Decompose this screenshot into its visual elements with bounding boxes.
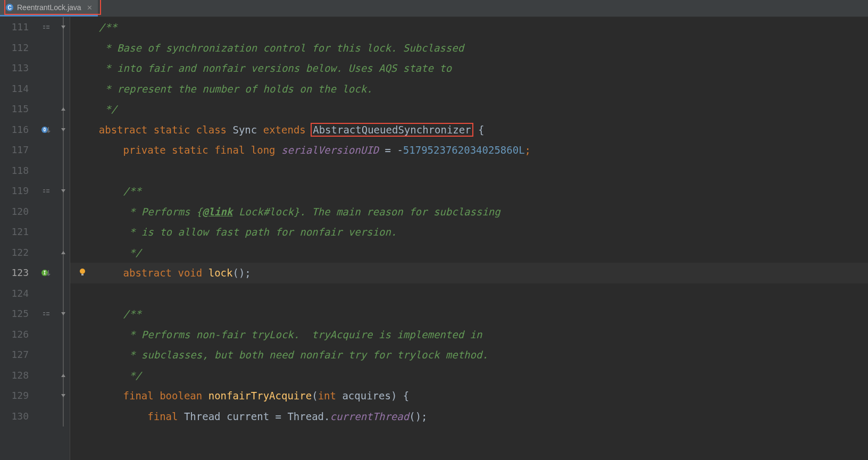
tab-filename: ReentrantLock.java <box>17 3 81 12</box>
code-line[interactable]: * Performs {@link Lock#lock}. The main r… <box>74 202 868 222</box>
code-line[interactable]: /** <box>74 17 868 38</box>
code-line[interactable]: * represent the number of holds on the l… <box>74 79 868 99</box>
line-number[interactable]: 130 <box>0 406 29 427</box>
collapse-doc-icon[interactable] <box>36 304 56 324</box>
line-number[interactable]: 125 <box>0 304 29 324</box>
code-line[interactable]: abstract static class Sync extends Abstr… <box>74 120 868 140</box>
annotation-box-aqs: AbstractQueuedSynchronizer <box>311 123 473 137</box>
code-line[interactable]: * Base of synchronization control for th… <box>74 38 868 58</box>
svg-text:O: O <box>44 128 46 132</box>
code-line[interactable]: * into fair and nonfair versions below. … <box>74 58 868 79</box>
line-number[interactable]: 114 <box>0 79 29 99</box>
line-number[interactable]: 111 <box>0 17 29 38</box>
override-icon[interactable]: O <box>36 120 56 140</box>
line-number[interactable]: 116 <box>0 120 29 140</box>
svg-point-18 <box>80 269 85 274</box>
line-number[interactable]: 120 <box>0 202 29 222</box>
code-line[interactable]: * is to allow fast path for nonfair vers… <box>74 222 868 242</box>
editor: 111 112 113 114 115 116 117 118 119 120 … <box>0 17 868 460</box>
svg-rect-10 <box>46 189 49 190</box>
file-tab[interactable]: C ReentrantLock.java ✕ <box>0 0 98 16</box>
svg-rect-17 <box>46 314 49 315</box>
gutter-icons: O I <box>36 17 56 460</box>
code-line[interactable]: final Thread current = Thread.currentThr… <box>74 406 868 427</box>
svg-text:C: C <box>7 5 11 11</box>
code-line[interactable] <box>74 283 868 304</box>
tab-bar: C ReentrantLock.java ✕ <box>0 0 868 17</box>
code-line[interactable]: * Performs non-fair tryLock. tryAcquire … <box>74 324 868 345</box>
fold-toggle-icon[interactable] <box>60 17 67 38</box>
svg-rect-2 <box>43 26 45 27</box>
line-number[interactable]: 115 <box>0 99 29 120</box>
collapse-doc-icon[interactable] <box>36 17 56 38</box>
line-number[interactable]: 126 <box>0 324 29 345</box>
code-line[interactable]: */ <box>74 99 868 120</box>
fold-toggle-icon[interactable] <box>60 120 67 140</box>
implement-icon[interactable]: I <box>36 263 56 283</box>
line-number[interactable]: 127 <box>0 345 29 365</box>
java-class-icon: C <box>5 3 14 12</box>
collapse-doc-icon[interactable] <box>36 181 56 202</box>
fold-toggle-icon[interactable] <box>60 386 67 406</box>
code-line[interactable]: */ <box>74 242 868 263</box>
svg-rect-19 <box>81 274 84 275</box>
svg-rect-8 <box>43 189 45 190</box>
hint-bulb-icon[interactable] <box>78 267 88 278</box>
svg-rect-15 <box>43 314 45 315</box>
code-area[interactable]: /** * Base of synchronization control fo… <box>70 17 868 460</box>
fold-toggle-icon[interactable] <box>60 181 67 202</box>
svg-rect-3 <box>43 28 45 29</box>
line-number[interactable]: 113 <box>0 58 29 79</box>
code-line[interactable]: final boolean nonfairTryAcquire(int acqu… <box>74 386 868 406</box>
line-number[interactable]: 119 <box>0 181 29 202</box>
svg-rect-4 <box>46 26 49 27</box>
line-number[interactable]: 121 <box>0 222 29 242</box>
line-number[interactable]: 124 <box>0 283 29 304</box>
fold-end-icon[interactable] <box>60 365 67 386</box>
fold-strip <box>56 17 70 460</box>
line-number[interactable]: 122 <box>0 242 29 263</box>
close-icon[interactable]: ✕ <box>87 4 93 12</box>
line-number[interactable]: 123 <box>0 263 29 283</box>
fold-end-icon[interactable] <box>60 99 67 120</box>
code-line[interactable] <box>74 161 868 181</box>
line-number[interactable]: 129 <box>0 386 29 406</box>
svg-rect-5 <box>46 28 49 29</box>
code-line[interactable]: private static final long serialVersionU… <box>74 140 868 161</box>
code-line[interactable]: /** <box>74 181 868 202</box>
code-line[interactable]: * subclasses, but both need nonfair try … <box>74 345 868 365</box>
code-line[interactable]: */ <box>74 365 868 386</box>
line-number[interactable]: 128 <box>0 365 29 386</box>
line-number[interactable]: 118 <box>0 161 29 181</box>
svg-text:I: I <box>44 271 46 275</box>
line-number[interactable]: 117 <box>0 140 29 161</box>
svg-rect-9 <box>43 191 45 193</box>
fold-end-icon[interactable] <box>60 242 67 263</box>
fold-toggle-icon[interactable] <box>60 304 67 324</box>
code-line[interactable]: /** <box>74 304 868 324</box>
gutter: 111 112 113 114 115 116 117 118 119 120 … <box>0 17 70 460</box>
line-number[interactable]: 112 <box>0 38 29 58</box>
svg-rect-14 <box>43 312 45 313</box>
svg-rect-16 <box>46 312 49 313</box>
line-numbers: 111 112 113 114 115 116 117 118 119 120 … <box>0 17 36 460</box>
svg-rect-11 <box>46 191 49 193</box>
